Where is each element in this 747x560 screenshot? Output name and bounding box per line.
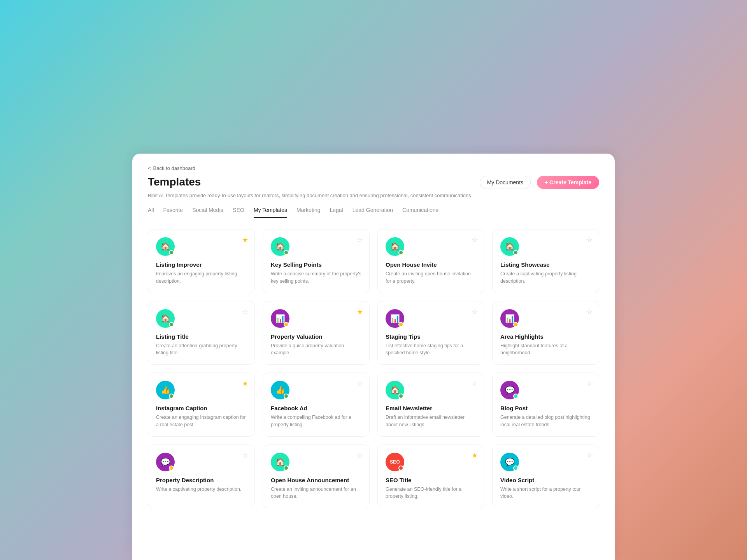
icon-emoji-listing-showcase: 🏠 xyxy=(505,242,515,251)
icon-emoji-facebook-ad: 👍 xyxy=(275,385,285,395)
star-button-key-selling-points[interactable]: ☆ xyxy=(357,236,363,244)
star-button-seo-title[interactable]: ★ xyxy=(472,451,478,460)
card-desc-instagram-caption: Create an engaging Instagram caption for… xyxy=(156,414,247,429)
seo-badge-icon: SEO xyxy=(390,459,400,465)
card-email-newsletter[interactable]: ☆🏠Email NewsletterDraft an informative e… xyxy=(377,373,484,437)
card-property-valuation[interactable]: ★📊Property ValuationProvide a quick prop… xyxy=(263,301,370,365)
star-button-blog-post[interactable]: ☆ xyxy=(586,379,593,388)
card-icon-open-house-invite: 🏠 xyxy=(386,237,404,256)
icon-emoji-listing-title: 🏠 xyxy=(161,314,170,323)
card-desc-seo-title: Generate an SEO-friendly title for a pro… xyxy=(386,486,476,500)
icon-emoji-open-house-announcement: 🏠 xyxy=(275,457,285,467)
card-property-description[interactable]: ☆💬Property DescriptionWrite a captivatin… xyxy=(148,444,255,509)
card-desc-listing-improver: Improves an engaging property listing de… xyxy=(156,270,247,285)
card-title-seo-title: SEO Title xyxy=(386,477,476,483)
star-button-email-newsletter[interactable]: ☆ xyxy=(472,379,478,388)
card-area-highlights[interactable]: ☆📊Area HighlightsHighlight standout feat… xyxy=(492,301,599,365)
my-documents-button[interactable]: My Documents xyxy=(480,176,531,189)
card-desc-property-description: Write a captivating property description… xyxy=(156,486,247,493)
card-instagram-caption[interactable]: ★👍Instagram CaptionCreate an engaging In… xyxy=(148,373,255,437)
card-title-blog-post: Blog Post xyxy=(500,405,591,411)
card-title-open-house-invite: Open House Invite xyxy=(386,261,476,268)
card-badge-video-script xyxy=(513,466,518,471)
card-desc-email-newsletter: Draft an informative email newsletter ab… xyxy=(386,414,476,429)
star-button-staging-tips[interactable]: ☆ xyxy=(472,308,478,316)
star-button-open-house-announcement[interactable]: ☆ xyxy=(357,451,363,460)
card-title-listing-improver: Listing Improver xyxy=(156,261,247,268)
card-icon-email-newsletter: 🏠 xyxy=(386,381,404,399)
create-template-button[interactable]: + Create Template xyxy=(537,176,599,189)
tabs-bar: AllFavoriteSocial MediaSEOMy TemplatesMa… xyxy=(148,207,599,218)
card-icon-video-script: 💬 xyxy=(500,453,519,471)
tab-favorite[interactable]: Favorite xyxy=(163,207,183,218)
star-button-instagram-caption[interactable]: ★ xyxy=(242,379,248,388)
card-badge-area-highlights xyxy=(513,322,518,327)
card-desc-key-selling-points: Write a concise summary of the property'… xyxy=(271,270,361,285)
card-open-house-invite[interactable]: ☆🏠Open House InviteCreate an inviting op… xyxy=(377,229,484,293)
tab-seo[interactable]: SEO xyxy=(233,207,244,218)
card-desc-property-valuation: Provide a quick property valuation examp… xyxy=(271,342,361,357)
card-key-selling-points[interactable]: ☆🏠Key Selling PointsWrite a concise summ… xyxy=(263,229,370,293)
card-badge-key-selling-points xyxy=(284,250,289,255)
card-facebook-ad[interactable]: ☆👍Facebook AdWrite a compelling Facebook… xyxy=(263,373,370,437)
icon-emoji-listing-improver: 🏠 xyxy=(161,242,170,251)
card-badge-email-newsletter xyxy=(398,394,403,399)
page-title: Templates xyxy=(148,176,201,188)
tab-marketing[interactable]: Marketing xyxy=(296,207,320,218)
tab-all[interactable]: All xyxy=(148,207,154,218)
card-icon-open-house-announcement: 🏠 xyxy=(271,453,289,471)
card-title-area-highlights: Area Highlights xyxy=(500,333,591,340)
card-seo-title[interactable]: ★SEOSEO TitleGenerate an SEO-friendly ti… xyxy=(377,444,484,509)
icon-emoji-staging-tips: 📊 xyxy=(390,314,400,323)
card-icon-property-description: 💬 xyxy=(156,453,175,471)
card-video-script[interactable]: ☆💬Video ScriptWrite a short script for a… xyxy=(492,444,599,509)
card-badge-property-valuation xyxy=(284,322,289,327)
icon-emoji-video-script: 💬 xyxy=(505,457,515,467)
card-title-email-newsletter: Email Newsletter xyxy=(386,405,476,411)
card-badge-listing-title xyxy=(169,322,174,327)
card-badge-facebook-ad xyxy=(284,394,289,399)
card-desc-listing-title: Create an attention-grabbing property li… xyxy=(156,342,247,357)
card-open-house-announcement[interactable]: ☆🏠Open House AnnouncementCreate an invit… xyxy=(263,444,370,509)
icon-emoji-property-description: 💬 xyxy=(161,457,170,467)
card-title-open-house-announcement: Open House Announcement xyxy=(271,477,361,483)
star-button-area-highlights[interactable]: ☆ xyxy=(586,308,593,316)
star-button-listing-improver[interactable]: ★ xyxy=(242,236,248,244)
card-title-property-description: Property Description xyxy=(156,477,247,483)
card-listing-showcase[interactable]: ☆🏠Listing ShowcaseCreate a captivating p… xyxy=(492,229,599,293)
header-row: Templates My Documents + Create Template xyxy=(148,176,599,189)
page-subtitle: Bibit AI Templates provide ready-to-use … xyxy=(148,192,599,199)
star-button-listing-showcase[interactable]: ☆ xyxy=(586,236,593,244)
star-button-property-description[interactable]: ☆ xyxy=(242,451,248,460)
card-title-instagram-caption: Instagram Caption xyxy=(156,405,247,411)
card-blog-post[interactable]: ☆💬Blog PostGenerate a detailed blog post… xyxy=(492,373,599,437)
star-button-video-script[interactable]: ☆ xyxy=(586,451,593,460)
card-staging-tips[interactable]: ☆📊Staging TipsList effective home stagin… xyxy=(377,301,484,365)
star-button-property-valuation[interactable]: ★ xyxy=(357,308,363,316)
star-button-facebook-ad[interactable]: ☆ xyxy=(357,379,363,388)
card-badge-open-house-invite xyxy=(398,250,403,255)
card-listing-title[interactable]: ☆🏠Listing TitleCreate an attention-grabb… xyxy=(148,301,255,365)
star-button-open-house-invite[interactable]: ☆ xyxy=(472,236,478,244)
tab-my-templates[interactable]: My Templates xyxy=(254,207,287,218)
tab-legal[interactable]: Legal xyxy=(330,207,343,218)
star-button-listing-title[interactable]: ☆ xyxy=(242,308,248,316)
card-badge-open-house-announcement xyxy=(284,466,289,471)
card-icon-property-valuation: 📊 xyxy=(271,309,289,328)
card-desc-staging-tips: List effective home staging tips for a s… xyxy=(386,342,476,357)
card-desc-facebook-ad: Write a compelling Facebook ad for a pro… xyxy=(271,414,361,429)
tab-communications[interactable]: Comunications xyxy=(402,207,438,218)
tab-lead-generation[interactable]: Lead Generation xyxy=(352,207,393,218)
icon-emoji-key-selling-points: 🏠 xyxy=(275,242,285,251)
icon-emoji-email-newsletter: 🏠 xyxy=(390,385,400,395)
icon-emoji-blog-post: 💬 xyxy=(505,385,515,395)
card-listing-improver[interactable]: ★🏠Listing ImproverImproves an engaging p… xyxy=(148,229,255,293)
card-desc-blog-post: Generate a detailed blog post highlighti… xyxy=(500,414,591,429)
icon-emoji-area-highlights: 📊 xyxy=(505,314,515,323)
back-to-dashboard[interactable]: Back to dashboard xyxy=(148,165,599,171)
title-block: Templates xyxy=(148,176,201,188)
card-title-property-valuation: Property Valuation xyxy=(271,333,361,340)
card-desc-open-house-invite: Create an inviting open house invitation… xyxy=(386,270,476,285)
card-title-staging-tips: Staging Tips xyxy=(386,333,476,340)
tab-social-media[interactable]: Social Media xyxy=(192,207,223,218)
